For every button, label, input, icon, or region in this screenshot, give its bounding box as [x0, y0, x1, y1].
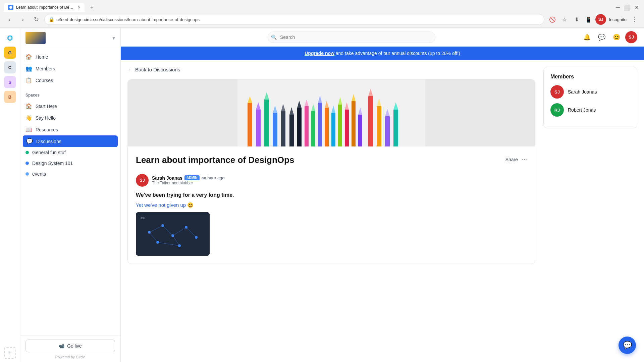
space-resources-label: Resources [36, 127, 58, 132]
back-to-discussions-label: Back to Discussions [135, 67, 180, 72]
browser-tab[interactable]: Learn about importance of Desig... × [4, 3, 85, 12]
new-tab-button[interactable]: + [87, 3, 97, 12]
lock-icon: 🔒 [49, 17, 54, 22]
back-to-discussions-link[interactable]: ← Back to Discussions [127, 67, 535, 72]
svg-rect-26 [331, 113, 335, 146]
sidebar: ▾ 🏠 Home 👥 Members 📋 Courses Spaces 🏠 St… [20, 28, 121, 362]
svg-rect-32 [352, 101, 356, 146]
device-icon[interactable]: 📱 [583, 14, 594, 25]
member-name-sj: Sarah Joanas [568, 89, 597, 95]
sidebar-logo [25, 32, 46, 44]
back-browser-button[interactable]: ‹ [4, 14, 15, 25]
sidebar-item-home[interactable]: 🏠 Home [20, 51, 120, 63]
toolbar-icons: 🚫 ☆ ⬇ 📱 SJ Incognito ⋮ [547, 14, 640, 25]
browser-toolbar: ‹ › ↻ 🔒 uifeed-design.circle.so/c/discus… [0, 12, 644, 27]
svg-rect-12 [377, 106, 381, 146]
post-meta: SJ Sarah Joanas ADMIN an hour ago The Ta… [136, 174, 527, 187]
general-dot [25, 151, 29, 154]
space-item-resources[interactable]: 📖 Resources [20, 124, 120, 135]
powered-by: Powered by Circle [25, 355, 115, 359]
svg-rect-24 [325, 108, 329, 146]
svg-rect-8 [273, 113, 277, 146]
svg-point-0 [9, 6, 12, 9]
resources-icon: 📖 [25, 126, 32, 133]
space-say-hello-label: Say Hello [36, 115, 56, 121]
chat-bubble-button[interactable]: 💬 [619, 337, 636, 354]
upgrade-now-link[interactable]: Upgrade now [305, 51, 334, 56]
more-options-button[interactable]: ··· [522, 156, 527, 163]
space-item-general[interactable]: General fun stuf [20, 147, 120, 158]
go-live-label: Go live [67, 343, 82, 349]
rail-item-s[interactable]: S [4, 76, 16, 88]
chat-icon[interactable]: 💬 [596, 31, 608, 43]
search-input[interactable] [268, 32, 435, 43]
member-avatar-sj: SJ [550, 85, 564, 99]
menu-icon[interactable]: ⋮ [629, 14, 640, 25]
help-icon[interactable]: 😊 [610, 31, 623, 43]
pencils-image [128, 79, 535, 146]
url-text: uifeed-design.circle.so/c/discussions/le… [56, 17, 540, 22]
svg-rect-22 [318, 103, 322, 146]
app-header: 🔍 🔔 💬 😊 SJ [121, 28, 644, 47]
sidebar-nav: 🏠 Home 👥 Members 📋 Courses [20, 48, 120, 89]
go-live-button[interactable]: 📹 Go live [25, 340, 115, 352]
sidebar-members-label: Members [36, 66, 55, 71]
sidebar-item-members[interactable]: 👥 Members [20, 63, 120, 74]
user-avatar-button[interactable]: SJ [595, 14, 606, 25]
svg-rect-14 [385, 116, 390, 146]
maximize-button[interactable]: ⬜ [624, 4, 631, 11]
search-wrapper: 🔍 [268, 32, 435, 43]
space-item-events[interactable]: events [20, 169, 120, 179]
sidebar-courses-label: Courses [36, 78, 53, 83]
camera-off-icon[interactable]: 🚫 [547, 14, 558, 25]
spaces-header: Spaces [20, 90, 120, 100]
rail-item-c[interactable]: C [4, 61, 16, 73]
space-item-start-here[interactable]: 🏠 Start Here [20, 100, 120, 112]
forward-browser-button[interactable]: › [17, 14, 28, 25]
svg-rect-40 [297, 108, 302, 146]
members-sidebar: Members SJ Sarah Joanas RJ Robert Jonas [543, 67, 637, 356]
header-search: 🔍 [268, 32, 435, 43]
download-icon[interactable]: ⬇ [571, 14, 582, 25]
author-name: Sarah Joanas ADMIN an hour ago [152, 175, 527, 181]
space-events-label: events [32, 171, 46, 177]
post-body: Learn about importance of DesignOps Shar… [128, 146, 535, 264]
back-arrow-icon: ← [127, 67, 132, 72]
add-community-button[interactable]: + [4, 347, 16, 359]
svg-rect-6 [264, 100, 269, 146]
browser-titlebar: Learn about importance of Desig... × + ─… [0, 0, 644, 12]
bookmark-icon[interactable]: ☆ [559, 14, 570, 25]
icon-rail: 🌐 G C S B + [0, 28, 20, 362]
svg-rect-10 [368, 96, 373, 146]
say-hello-icon: 👋 [25, 115, 32, 121]
svg-text:THE: THE [139, 216, 145, 220]
incognito-label: Incognito [607, 17, 628, 22]
minimize-button[interactable]: ─ [614, 4, 621, 11]
sidebar-footer: 📹 Go live Powered by Circle [20, 335, 120, 362]
rail-item-g[interactable]: G [4, 47, 16, 59]
admin-badge: ADMIN [184, 175, 200, 180]
reload-button[interactable]: ↻ [31, 14, 42, 25]
member-avatar-rj: RJ [550, 103, 564, 117]
sidebar-home-label: Home [36, 54, 48, 60]
sidebar-item-courses[interactable]: 📋 Courses [20, 74, 120, 86]
url-base: uifeed-design.circle.so [56, 17, 100, 22]
space-item-discussions[interactable]: 💬 Discussions [23, 135, 118, 147]
space-item-design-system[interactable]: Design System 101 [20, 158, 120, 169]
rail-item-b[interactable]: B [4, 91, 16, 103]
header-icons: 🔔 💬 😊 SJ [581, 31, 637, 43]
address-bar[interactable]: 🔒 uifeed-design.circle.so/c/discussions/… [44, 14, 544, 25]
header-avatar[interactable]: SJ [625, 31, 637, 43]
share-button[interactable]: Share [505, 157, 518, 162]
go-live-icon: 📹 [59, 343, 64, 349]
close-button[interactable]: ✕ [633, 4, 640, 11]
space-discussions-label: Discussions [36, 139, 61, 144]
notifications-icon[interactable]: 🔔 [581, 31, 593, 43]
sidebar-chevron-icon[interactable]: ▾ [112, 35, 115, 41]
post-time: an hour ago [202, 176, 225, 180]
globe-icon[interactable]: 🌐 [4, 32, 16, 44]
space-item-say-hello[interactable]: 👋 Say Hello [20, 112, 120, 124]
tab-close-icon[interactable]: × [78, 5, 80, 10]
post-link[interactable]: Yet we've not given up 😄 [136, 202, 194, 208]
tab-title: Learn about importance of Desig... [16, 5, 75, 10]
